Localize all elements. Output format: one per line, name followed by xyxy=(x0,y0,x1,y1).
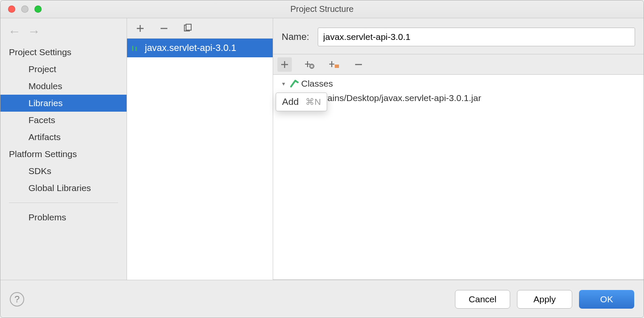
sidebar: ← → Project Settings Project Modules Lib… xyxy=(0,18,127,280)
library-detail-panel: Name: ▾ Classes xyxy=(273,18,644,280)
add-from-maven-button[interactable] xyxy=(302,57,316,72)
svg-rect-5 xyxy=(137,45,138,51)
tree-child-jar[interactable]: ers/jetbrains/Desktop/javax.servlet-api-… xyxy=(273,91,644,105)
sidebar-item-sdks[interactable]: SDKs xyxy=(0,163,127,180)
ok-button[interactable]: OK xyxy=(579,290,634,309)
dialog-footer: ? Cancel Apply OK xyxy=(0,280,644,318)
svg-rect-7 xyxy=(335,65,339,68)
help-button[interactable]: ? xyxy=(10,292,24,307)
add-root-popup[interactable]: Add ⌘N xyxy=(276,93,327,111)
remove-root-button[interactable] xyxy=(351,57,366,72)
main-area: ← → Project Settings Project Modules Lib… xyxy=(0,18,644,280)
copy-library-button[interactable] xyxy=(182,23,193,34)
sidebar-item-global-libraries[interactable]: Global Libraries xyxy=(0,180,127,197)
popup-add-shortcut: ⌘N xyxy=(305,97,321,107)
classes-icon xyxy=(289,79,299,88)
section-header-platform-settings: Platform Settings xyxy=(0,146,127,163)
svg-rect-1 xyxy=(186,24,191,30)
sidebar-item-facets[interactable]: Facets xyxy=(0,112,127,129)
sidebar-item-modules[interactable]: Modules xyxy=(0,78,127,95)
chevron-down-icon[interactable]: ▾ xyxy=(280,80,287,87)
library-list-item-selected[interactable]: javax.servlet-api-3.0.1 xyxy=(127,39,273,57)
cancel-button[interactable]: Cancel xyxy=(455,290,510,309)
sidebar-separator xyxy=(9,203,118,203)
library-icon xyxy=(131,43,141,53)
svg-rect-4 xyxy=(136,47,137,51)
add-folder-button[interactable] xyxy=(327,57,341,72)
library-list-panel: javax.servlet-api-3.0.1 xyxy=(127,18,273,280)
window-title: Project Structure xyxy=(0,4,644,14)
apply-button[interactable]: Apply xyxy=(517,290,572,309)
library-list-item-label: javax.servlet-api-3.0.1 xyxy=(145,42,236,53)
svg-rect-2 xyxy=(132,46,133,51)
section-header-project-settings: Project Settings xyxy=(0,44,127,61)
tree-root-label: Classes xyxy=(301,79,333,89)
sidebar-item-problems[interactable]: Problems xyxy=(0,209,127,226)
library-name-input[interactable] xyxy=(318,28,635,46)
forward-arrow-icon[interactable]: → xyxy=(28,25,40,38)
back-arrow-icon[interactable]: ← xyxy=(8,25,21,38)
tree-root-classes[interactable]: ▾ Classes xyxy=(273,76,644,91)
titlebar: Project Structure xyxy=(0,0,644,18)
sidebar-item-project[interactable]: Project xyxy=(0,61,127,78)
sidebar-item-artifacts[interactable]: Artifacts xyxy=(0,129,127,146)
sidebar-item-libraries[interactable]: Libraries xyxy=(0,95,127,112)
add-library-button[interactable] xyxy=(135,23,146,34)
add-root-button[interactable] xyxy=(277,57,292,72)
remove-library-button[interactable] xyxy=(158,23,169,34)
library-roots-toolbar xyxy=(273,54,644,75)
name-row: Name: xyxy=(273,18,644,54)
library-list-toolbar xyxy=(127,18,273,39)
svg-rect-3 xyxy=(134,45,135,51)
popup-add-label: Add xyxy=(282,96,299,107)
nav-history: ← → xyxy=(0,23,127,44)
name-label: Name: xyxy=(282,31,309,42)
library-roots-tree[interactable]: ▾ Classes ers/jetbrains/Desktop/javax.se… xyxy=(273,75,644,280)
